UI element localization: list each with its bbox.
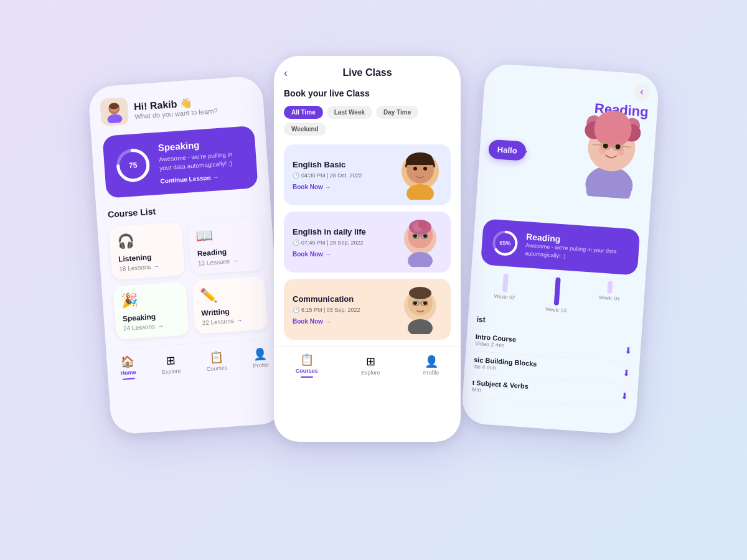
teacher-avatar (398, 287, 442, 331)
filter-daytime[interactable]: Day Time (376, 106, 418, 119)
week-item: Week: 04 (598, 281, 621, 317)
svg-point-11 (408, 152, 433, 165)
filter-pills: All Time Last Week Day Time Weekend (284, 106, 451, 136)
mid-nav-courses[interactable]: 📋 Courses (296, 353, 318, 378)
course-card-speaking[interactable]: 🎉 Speaking 24 Lessons→ (113, 281, 189, 340)
svg-point-10 (423, 167, 427, 170)
book-now-button[interactable]: Book Now → (293, 251, 366, 258)
left-header: Hi! Rakib 👋 What do you want to learn? (100, 88, 253, 126)
nav-label: Explore (361, 370, 380, 376)
nav-label: Profile (253, 362, 269, 369)
hallo-bubble: Hallo (488, 139, 527, 161)
explore-icon: ⊞ (166, 353, 176, 368)
mid-nav-profile[interactable]: 👤 Profile (423, 355, 439, 376)
course-card-writing[interactable]: ✏️ Writting 22 Lessons→ (192, 276, 268, 334)
svg-point-19 (418, 220, 427, 229)
svg-point-13 (408, 252, 433, 267)
week-progress: Week: 02 Week: 03 Week: 04 (477, 272, 636, 318)
nav-label: Courses (206, 365, 227, 372)
nav-profile[interactable]: 👤 Profile (251, 347, 269, 369)
phone-right: ‹ Reading Hallo (461, 63, 660, 435)
class-name: Communication (293, 294, 360, 304)
course-card-listening[interactable]: 🎧 Listening 18 Lessons→ (109, 222, 186, 280)
profile-icon: 👤 (425, 355, 438, 368)
course-list-title: Course List (108, 199, 260, 220)
reading-icon: 📖 (195, 224, 255, 244)
back-button[interactable]: ‹ (633, 83, 651, 101)
download-icon[interactable]: ⬇ (621, 391, 629, 401)
nav-label: Explore (162, 368, 181, 375)
class-name: English Basic (293, 160, 362, 169)
phone-left: Hi! Rakib 👋 What do you want to learn? 7… (88, 75, 286, 435)
nav-explore[interactable]: ⊞ Explore (161, 353, 181, 375)
course-lessons: 22 Lessons→ (202, 315, 260, 326)
course-grid: 🎧 Listening 18 Lessons→ 📖 Reading 12 Les… (109, 217, 268, 340)
nav-label: Home (120, 369, 136, 376)
mid-bottom-nav: 📋 Courses ⊞ Explore 👤 Profile (274, 346, 461, 383)
week-bar-active (554, 278, 561, 306)
teacher-avatar (398, 153, 442, 197)
mid-header: ‹ Live Class (284, 67, 451, 78)
filter-lastweek[interactable]: Last Week (327, 106, 372, 119)
phone-middle: ‹ Live Class Book your live Class All Ti… (274, 56, 461, 442)
reading-hero: Hallo (484, 114, 648, 225)
profile-icon: 👤 (253, 347, 267, 361)
class-card-english-basic[interactable]: English Basic 🕐04:30 PM | 28 Oct, 2022 B… (284, 144, 451, 205)
mid-nav-explore[interactable]: ⊞ Explore (361, 355, 380, 376)
svg-point-1 (107, 114, 123, 124)
class-time: 🕐6:15 PM | 03 Sep, 2022 (293, 307, 360, 313)
class-card-english-daily[interactable]: English in daily life 🕐07:45 PM | 29 Sep… (284, 212, 451, 273)
course-card-reading[interactable]: 📖 Reading 12 Lessons→ (187, 217, 264, 275)
svg-point-26 (409, 287, 431, 299)
book-now-button[interactable]: Book Now → (293, 318, 360, 325)
speaking-icon: 🎉 (121, 289, 180, 309)
progress-circle: 75 (113, 146, 153, 185)
course-lessons: 12 Lessons→ (198, 256, 256, 266)
week-bar (502, 274, 509, 292)
listening-icon: 🎧 (116, 230, 176, 250)
nav-label: Profile (423, 370, 439, 376)
home-icon: 🏠 (120, 354, 134, 368)
download-icon[interactable]: ⬇ (622, 368, 631, 379)
week-bar (607, 281, 613, 294)
week-label: Week: 02 (494, 294, 515, 301)
courses-icon: 📋 (300, 353, 314, 366)
teacher-avatar (398, 220, 442, 264)
continue-lesson-button[interactable]: Continue Lesson → (160, 172, 247, 185)
svg-point-24 (408, 319, 433, 334)
live-class-title: Live Class (342, 67, 392, 78)
class-card-communication[interactable]: Communication 🕐6:15 PM | 03 Sep, 2022 Bo… (284, 279, 451, 340)
speaking-card: 75 Speaking Awesome - we're pulling in y… (102, 126, 258, 198)
filter-alltime[interactable]: All Time (284, 106, 323, 119)
week-label: Week: 03 (545, 307, 566, 314)
book-class-subtitle: Book your live Class (284, 88, 451, 98)
course-lessons: 24 Lessons→ (123, 321, 182, 332)
speaking-desc: Awesome - we're pulling in your data aut… (159, 149, 247, 173)
nav-label: Courses (296, 368, 318, 374)
svg-line-48 (622, 147, 631, 147)
week-label: Week: 04 (599, 295, 620, 302)
reading-progress-circle: 65% (490, 228, 520, 258)
avatar (100, 97, 129, 126)
svg-point-9 (413, 167, 417, 170)
svg-line-47 (593, 144, 601, 145)
filter-weekend[interactable]: Weekend (284, 123, 326, 136)
progress-percent: 65% (499, 240, 511, 246)
back-button[interactable]: ‹ (284, 67, 288, 80)
class-time: 🕐04:30 PM | 28 Oct, 2022 (293, 172, 362, 179)
book-now-button[interactable]: Book Now → (293, 184, 362, 190)
writing-icon: ✏️ (200, 284, 259, 304)
nav-home[interactable]: 🏠 Home (120, 354, 137, 380)
nav-courses[interactable]: 📋 Courses (205, 350, 228, 372)
week-item: Week: 02 (493, 273, 517, 310)
reading-progress-card: 65% Reading Awesome - we're pulling in y… (481, 218, 641, 275)
class-name: English in daily life (293, 227, 366, 236)
week-item: Week: 03 (545, 277, 569, 314)
course-lessons: 18 Lessons→ (119, 261, 177, 272)
class-time: 🕐07:45 PM | 29 Sep, 2022 (293, 240, 366, 246)
download-icon[interactable]: ⬇ (624, 345, 632, 356)
progress-label: 75 (129, 161, 138, 170)
explore-icon: ⊞ (366, 355, 375, 368)
bottom-nav: 🏠 Home ⊞ Explore 📋 Courses 👤 Profile (106, 337, 282, 386)
courses-icon: 📋 (209, 350, 223, 364)
